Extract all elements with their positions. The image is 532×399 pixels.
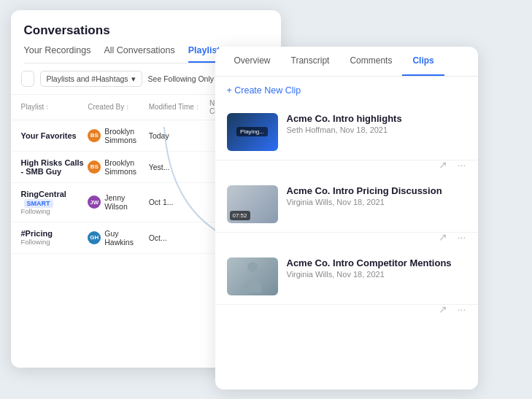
- modified-time: Oct 1...: [149, 198, 209, 206]
- clip-actions: ↗ ···: [215, 230, 478, 249]
- creator-name: Brooklyn Simmons: [104, 158, 148, 176]
- toggle-label: See Following Only: [148, 74, 214, 83]
- clip-actions: ↗ ···: [215, 302, 478, 321]
- create-clip-link[interactable]: + Create New Clip: [215, 77, 478, 104]
- chevron-down-icon: ▾: [131, 74, 136, 83]
- clip-title: Acme Co. Intro highlights: [287, 113, 466, 124]
- clip-thumbnail: [227, 257, 278, 295]
- avatar: GH: [88, 231, 101, 244]
- clip-meta: Seth Hoffman, Nov 18, 2021: [287, 125, 466, 134]
- panel-title: Conversations: [24, 23, 268, 38]
- clip-meta: Virginia Wills, Nov 18, 2021: [287, 270, 466, 279]
- creator-name: Jenny Wilson: [104, 193, 148, 211]
- playlist-name-cell: Your Favorites: [21, 131, 88, 140]
- modified-time: Yest...: [149, 163, 209, 171]
- clip-item[interactable]: Playing... Acme Co. Intro highlights Set…: [215, 104, 478, 160]
- more-options-icon[interactable]: ···: [458, 159, 466, 171]
- col-created-by: Created By ↕: [88, 99, 148, 115]
- clips-tabs-row: Overview Transcript Comments Clips: [215, 47, 478, 77]
- tab-all-conversations[interactable]: All Conversations: [104, 45, 174, 63]
- playlist-name-cell: High Risks Calls - SMB Guy: [21, 158, 88, 176]
- clip-thumbnail: Playing...: [227, 113, 278, 151]
- clips-panel: Overview Transcript Comments Clips + Cre…: [215, 47, 478, 390]
- more-options-icon[interactable]: ···: [458, 303, 466, 315]
- clip-item[interactable]: Acme Co. Intro Competitor Mentions Virgi…: [215, 249, 478, 305]
- share-icon[interactable]: ↗: [439, 159, 447, 171]
- modified-time: Oct...: [149, 233, 209, 242]
- clip-info: Acme Co. Intro Competitor Mentions Virgi…: [287, 257, 466, 279]
- playlist-name-cell: #Pricing Following: [21, 229, 88, 246]
- clip-actions: ↗ ···: [215, 158, 478, 177]
- creator-cell: GH Guy Hawkins: [88, 229, 148, 247]
- clip-info: Acme Co. Intro highlights Seth Hoffman, …: [287, 113, 466, 134]
- playlist-sub: Following: [21, 207, 88, 215]
- clip-title: Acme Co. Intro Pricing Discussion: [287, 185, 466, 196]
- avatar: JW: [88, 195, 101, 209]
- playlist-name: Your Favorites: [21, 131, 88, 140]
- playing-badge: Playing...: [236, 127, 268, 136]
- clip-title: Acme Co. Intro Competitor Mentions: [287, 257, 466, 268]
- modified-time: Today: [149, 131, 209, 140]
- creator-name: Guy Hawkins: [104, 229, 148, 247]
- tab-comments[interactable]: Comments: [339, 47, 402, 76]
- playlist-name: High Risks Calls - SMB Guy: [21, 158, 88, 176]
- share-icon[interactable]: ↗: [439, 231, 447, 243]
- clip-thumbnail: 07:52: [227, 185, 278, 223]
- share-icon[interactable]: ↗: [439, 303, 447, 315]
- clip-item[interactable]: 07:52 Acme Co. Intro Pricing Discussion …: [215, 177, 478, 233]
- creator-cell: BS Brooklyn Simmons: [88, 127, 148, 144]
- avatar: BS: [88, 160, 101, 174]
- filter-dropdown[interactable]: Playlists and #Hashtags ▾: [40, 71, 142, 87]
- tab-clips[interactable]: Clips: [402, 47, 444, 76]
- smart-tag: SMART: [24, 199, 53, 208]
- filter-label: Playlists and #Hashtags: [47, 74, 128, 83]
- playlist-name: RingCentral SMART Following: [21, 190, 88, 215]
- playlist-name-cell: RingCentral SMART Following: [21, 190, 88, 215]
- avatar: BS: [88, 129, 101, 142]
- duration-badge: 07:52: [230, 211, 250, 220]
- creator-cell: BS Brooklyn Simmons: [88, 158, 148, 176]
- col-playlist: Playlist ↕: [21, 99, 88, 115]
- clip-meta: Virginia Wills, Nov 18, 2021: [287, 198, 466, 206]
- tab-overview[interactable]: Overview: [224, 47, 281, 76]
- creator-name: Brooklyn Simmons: [104, 127, 148, 144]
- playlist-name: #Pricing Following: [21, 229, 88, 246]
- tab-transcript[interactable]: Transcript: [281, 47, 340, 76]
- clip-info: Acme Co. Intro Pricing Discussion Virgin…: [287, 185, 466, 206]
- col-modified-time: Modified Time ↕: [149, 99, 209, 115]
- playlist-sub: Following: [21, 238, 88, 246]
- creator-cell: JW Jenny Wilson: [88, 193, 148, 211]
- more-options-icon[interactable]: ···: [458, 231, 466, 243]
- tab-your-recordings[interactable]: Your Recordings: [24, 45, 91, 63]
- search-box[interactable]: [21, 71, 34, 87]
